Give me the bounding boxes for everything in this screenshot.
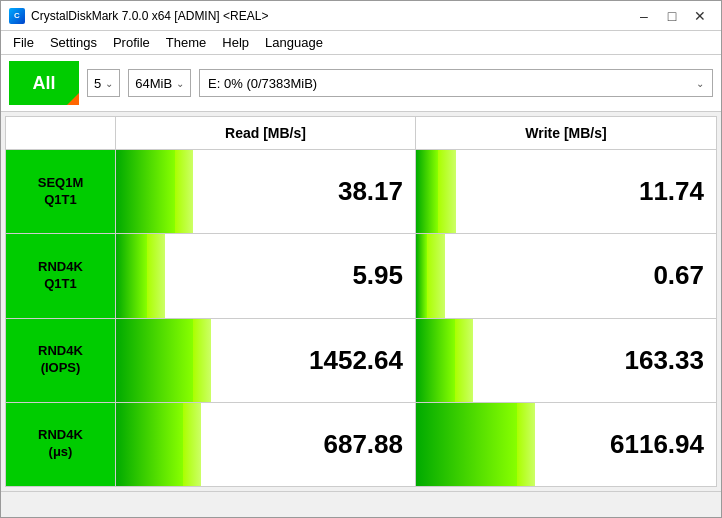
- row-label-3: RND4K(μs): [6, 403, 116, 486]
- write-value-0: 11.74: [639, 176, 704, 207]
- read-cell-2: 1452.64: [116, 319, 416, 402]
- toolbar: All 5 ⌄ 64MiB ⌄ E: 0% (0/7383MiB) ⌄: [1, 55, 721, 112]
- passes-chevron-icon: ⌄: [105, 78, 113, 89]
- size-select[interactable]: 64MiB ⌄: [128, 69, 191, 97]
- write-cell-3: 6116.94: [416, 403, 716, 486]
- row-label-0: SEQ1MQ1T1: [6, 150, 116, 233]
- row-label-1: RND4KQ1T1: [6, 234, 116, 317]
- all-button[interactable]: All: [9, 61, 79, 105]
- menu-theme[interactable]: Theme: [158, 33, 214, 52]
- read-value-0: 38.17: [338, 176, 403, 207]
- menu-help[interactable]: Help: [214, 33, 257, 52]
- benchmark-table: Read [MB/s] Write [MB/s] SEQ1MQ1T1 38.17…: [5, 116, 717, 487]
- close-button[interactable]: ✕: [687, 6, 713, 26]
- passes-select[interactable]: 5 ⌄: [87, 69, 120, 97]
- size-chevron-icon: ⌄: [176, 78, 184, 89]
- menu-language[interactable]: Language: [257, 33, 331, 52]
- header-read: Read [MB/s]: [116, 117, 416, 149]
- drive-select[interactable]: E: 0% (0/7383MiB) ⌄: [199, 69, 713, 97]
- write-bar-1: [416, 234, 445, 317]
- table-row: RND4K(μs) 687.88 6116.94: [6, 403, 716, 486]
- write-cell-2: 163.33: [416, 319, 716, 402]
- window-title: CrystalDiskMark 7.0.0 x64 [ADMIN] <REAL>: [31, 9, 631, 23]
- table-rows: SEQ1MQ1T1 38.17 11.74 RND4KQ1T1 5.95 0.6…: [6, 150, 716, 486]
- read-cell-1: 5.95: [116, 234, 416, 317]
- menu-file[interactable]: File: [5, 33, 42, 52]
- write-bar-3: [416, 403, 535, 486]
- read-cell-3: 687.88: [116, 403, 416, 486]
- read-value-3: 687.88: [323, 429, 403, 460]
- header-label: [6, 117, 116, 149]
- menu-settings[interactable]: Settings: [42, 33, 105, 52]
- read-cell-0: 38.17: [116, 150, 416, 233]
- header-write: Write [MB/s]: [416, 117, 716, 149]
- read-value-1: 5.95: [352, 260, 403, 291]
- read-bar-0: [116, 150, 193, 233]
- table-row: RND4K(IOPS) 1452.64 163.33: [6, 319, 716, 403]
- read-bar-1: [116, 234, 165, 317]
- read-value-2: 1452.64: [309, 345, 403, 376]
- table-header: Read [MB/s] Write [MB/s]: [6, 117, 716, 150]
- write-bar-2: [416, 319, 473, 402]
- read-bar-2: [116, 319, 211, 402]
- write-bar-0: [416, 150, 456, 233]
- drive-chevron-icon: ⌄: [696, 78, 704, 89]
- write-value-3: 6116.94: [610, 429, 704, 460]
- menu-bar: File Settings Profile Theme Help Languag…: [1, 31, 721, 55]
- status-bar: [1, 491, 721, 517]
- menu-profile[interactable]: Profile: [105, 33, 158, 52]
- app-window: C CrystalDiskMark 7.0.0 x64 [ADMIN] <REA…: [0, 0, 722, 518]
- minimize-button[interactable]: –: [631, 6, 657, 26]
- write-value-2: 163.33: [624, 345, 704, 376]
- table-row: SEQ1MQ1T1 38.17 11.74: [6, 150, 716, 234]
- title-bar: C CrystalDiskMark 7.0.0 x64 [ADMIN] <REA…: [1, 1, 721, 31]
- write-value-1: 0.67: [653, 260, 704, 291]
- app-icon: C: [9, 8, 25, 24]
- maximize-button[interactable]: □: [659, 6, 685, 26]
- write-cell-0: 11.74: [416, 150, 716, 233]
- read-bar-3: [116, 403, 201, 486]
- row-label-2: RND4K(IOPS): [6, 319, 116, 402]
- window-controls: – □ ✕: [631, 6, 713, 26]
- table-row: RND4KQ1T1 5.95 0.67: [6, 234, 716, 318]
- write-cell-1: 0.67: [416, 234, 716, 317]
